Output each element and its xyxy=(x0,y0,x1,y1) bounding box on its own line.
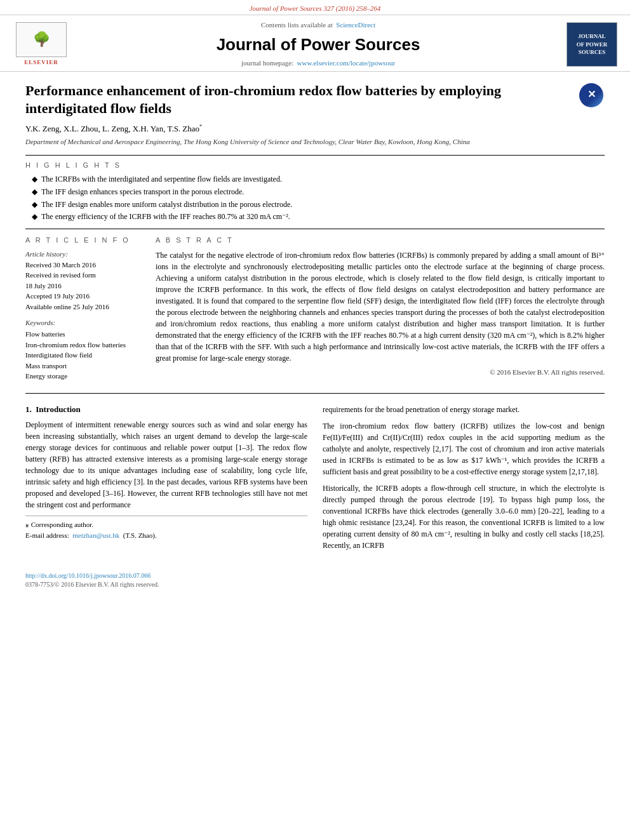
elsevier-logo-image: 🌳 xyxy=(16,22,67,57)
intro-two-col: 1. Introduction Deployment of intermitte… xyxy=(25,404,605,556)
section-title: Introduction xyxy=(36,404,81,414)
date-5: Available online 25 July 2016 xyxy=(25,302,143,312)
article-info-abstract: A R T I C L E I N F O Article history: R… xyxy=(25,236,605,388)
highlight-text-1: The ICRFBs with the interdigitated and s… xyxy=(41,174,282,185)
footnote-email: E-mail address: metzhan@ust.hk (T.S. Zha… xyxy=(25,531,307,540)
date-2: Received in revised form xyxy=(25,270,143,280)
homepage-prefix: journal homepage: xyxy=(241,59,293,67)
sciencedirect-link[interactable]: ScienceDirect xyxy=(336,21,375,29)
email-link[interactable]: metzhan@ust.hk xyxy=(72,531,119,539)
highlight-text-2: The IFF design enhances species transpor… xyxy=(41,187,244,197)
journal-reference: Journal of Power Sources 327 (2016) 258–… xyxy=(0,0,630,15)
highlight-item-3: ◆ The IFF design enables more uniform ca… xyxy=(32,199,605,210)
doi-link[interactable]: http://dx.doi.org/10.1016/j.jpowsour.201… xyxy=(25,572,151,579)
date-3: 18 July 2016 xyxy=(25,281,143,291)
authors-line: Y.K. Zeng, X.L. Zhou, L. Zeng, X.H. Yan,… xyxy=(25,123,605,135)
crossmark-badge xyxy=(578,82,605,109)
section-number: 1. xyxy=(25,404,32,414)
intro-left-col: 1. Introduction Deployment of intermitte… xyxy=(25,404,307,556)
journal-homepage: journal homepage: www.elsevier.com/locat… xyxy=(70,58,566,68)
intro-right-col: requirements for the broad penetration o… xyxy=(323,404,605,556)
contents-line: Contents lists available at ScienceDirec… xyxy=(70,20,566,30)
contents-prefix: Contents lists available at xyxy=(261,21,333,29)
tree-icon: 🌳 xyxy=(33,30,50,50)
highlight-item-2: ◆ The IFF design enhances species transp… xyxy=(32,187,605,197)
authors-text: Y.K. Zeng, X.L. Zhou, L. Zeng, X.H. Yan,… xyxy=(25,124,199,133)
intro-heading: 1. Introduction xyxy=(25,404,307,415)
copyright-text: © 2016 Elsevier B.V. All rights reserved… xyxy=(156,368,605,377)
bullet-3: ◆ xyxy=(32,199,37,210)
intro-right-text-1: requirements for the broad penetration o… xyxy=(323,404,605,415)
main-content: Performance enhancement of iron-chromium… xyxy=(0,72,630,566)
divider-bottom xyxy=(25,393,605,394)
article-title: Performance enhancement of iron-chromium… xyxy=(25,82,578,118)
bullet-2: ◆ xyxy=(32,187,37,197)
article-info-col: A R T I C L E I N F O Article history: R… xyxy=(25,236,143,388)
highlight-text-4: The energy efficiency of the ICRFB with … xyxy=(41,211,290,222)
intro-right-text-3: Historically, the ICRFB adopts a flow-th… xyxy=(323,483,605,551)
logo-text: JOURNALOF POWERSOURCES xyxy=(577,32,607,57)
abstract-label: A B S T R A C T xyxy=(156,236,605,245)
article-title-section: Performance enhancement of iron-chromium… xyxy=(25,82,605,118)
bullet-4: ◆ xyxy=(32,211,37,222)
keywords-list: Flow batteries Iron-chromium redox flow … xyxy=(25,329,143,382)
highlights-list: ◆ The ICRFBs with the interdigitated and… xyxy=(25,174,605,222)
affiliation: Department of Mechanical and Aerospace E… xyxy=(25,137,605,147)
date-4: Accepted 19 July 2016 xyxy=(25,291,143,301)
crossmark-icon xyxy=(579,83,603,107)
elsevier-brand: ELSEVIER xyxy=(24,58,58,67)
journal-ref-text: Journal of Power Sources 327 (2016) 258–… xyxy=(250,4,381,12)
keyword-2: Iron-chromium redox flow batteries xyxy=(25,340,143,350)
dates-block: Received 30 March 2016 Received in revis… xyxy=(25,260,143,312)
highlight-text-3: The IFF design enables more uniform cata… xyxy=(41,199,292,210)
elsevier-logo: 🌳 ELSEVIER xyxy=(13,22,70,67)
intro-left-text: Deployment of intermittent renewable ene… xyxy=(25,419,307,510)
journal-title: Journal of Power Sources xyxy=(70,33,566,56)
date-1: Received 30 March 2016 xyxy=(25,260,143,270)
article-history: Article history: Received 30 March 2016 … xyxy=(25,250,143,312)
history-label: Article history: xyxy=(25,250,143,259)
homepage-url[interactable]: www.elsevier.com/locate/jpowsour xyxy=(297,59,395,67)
article-info-label: A R T I C L E I N F O xyxy=(25,236,143,245)
journal-logo-right: JOURNALOF POWERSOURCES xyxy=(566,22,617,67)
bottom-bar: http://dx.doi.org/10.1016/j.jpowsour.201… xyxy=(0,569,630,592)
email-label: E-mail address: xyxy=(25,531,69,539)
divider-top xyxy=(25,155,605,156)
corresponding-star: * xyxy=(199,124,202,130)
highlight-item-4: ◆ The energy efficiency of the ICRFB wit… xyxy=(32,211,605,222)
bullet-1: ◆ xyxy=(32,174,37,185)
highlights-label: H I G H L I G H T S xyxy=(25,161,605,170)
keywords-label: Keywords: xyxy=(25,318,143,328)
divider-middle xyxy=(25,229,605,229)
issn-text: 0378-7753/© 2016 Elsevier B.V. All right… xyxy=(25,580,605,589)
abstract-text: The catalyst for the negative electrode … xyxy=(156,250,605,364)
keyword-3: Interdigitated flow field xyxy=(25,350,143,361)
footnote: ⁎ Corresponding author. E-mail address: … xyxy=(25,516,307,541)
keyword-4: Mass transport xyxy=(25,361,143,371)
email-suffix: (T.S. Zhao). xyxy=(123,531,157,539)
highlight-item-1: ◆ The ICRFBs with the interdigitated and… xyxy=(32,174,605,185)
keywords-block: Keywords: Flow batteries Iron-chromium r… xyxy=(25,318,143,382)
keyword-5: Energy storage xyxy=(25,371,143,382)
intro-right-text-2: The iron-chromium redox flow battery (IC… xyxy=(323,420,605,477)
corresponding-label: ⁎ Corresponding author. xyxy=(25,521,93,528)
keyword-1: Flow batteries xyxy=(25,329,143,340)
header-center: Contents lists available at ScienceDirec… xyxy=(70,20,566,68)
abstract-col: A B S T R A C T The catalyst for the neg… xyxy=(156,236,605,388)
journal-header: 🌳 ELSEVIER Contents lists available at S… xyxy=(0,15,630,71)
introduction-section: 1. Introduction Deployment of intermitte… xyxy=(25,404,605,556)
highlights-section: H I G H L I G H T S ◆ The ICRFBs with th… xyxy=(25,161,605,223)
footnote-corresponding: ⁎ Corresponding author. xyxy=(25,520,307,530)
